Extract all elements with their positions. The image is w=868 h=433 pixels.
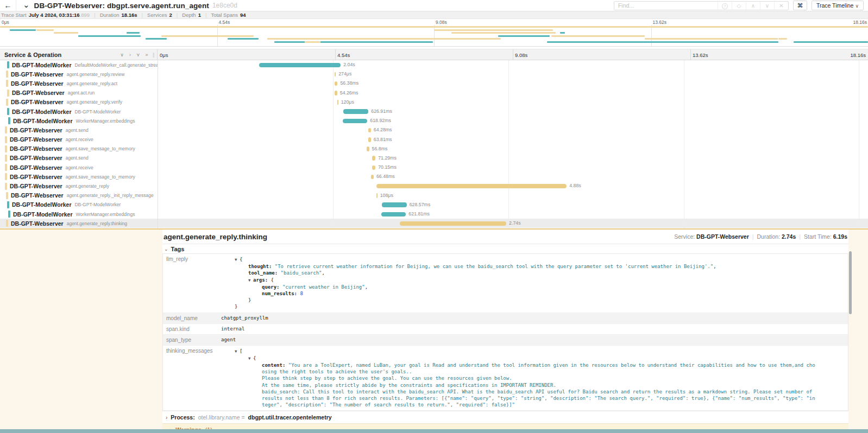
span-name-cell[interactable]: DB-GPT-Webserveragent.save_message_to_me…	[0, 145, 158, 152]
keyboard-shortcuts-button[interactable]: ⌘	[793, 1, 807, 10]
span-bar[interactable]	[343, 109, 368, 114]
collapse-one-icon[interactable]: ∨	[120, 52, 124, 58]
span-name-cell[interactable]: DB-GPT-Webserveragent.receive	[0, 164, 158, 171]
span-row[interactable]: DB-GPT-Webserveragent.send71.29ms	[0, 154, 868, 163]
span-bar-cell[interactable]: 66.48ms	[158, 172, 859, 181]
span-row[interactable]: DB-GPT-ModelWorkerDefaultModelWorker_cal…	[0, 60, 868, 69]
span-name-cell[interactable]: DB-GPT-ModelWorkerDB-GPT-ModelWorker	[0, 201, 158, 208]
span-bar-cell[interactable]: 64.28ms	[158, 125, 859, 135]
span-name-cell[interactable]: DB-GPT-Webserveragent.send	[0, 155, 158, 162]
tag-row-model-name[interactable]: model_name chatgpt_proxyllm	[163, 313, 848, 324]
span-name-cell[interactable]: DB-GPT-ModelWorkerDefaultModelWorker_cal…	[0, 61, 158, 68]
span-bar[interactable]	[368, 137, 371, 142]
span-row[interactable]: DB-GPT-Webserveragent.generate_reply._in…	[0, 191, 868, 200]
span-bar[interactable]	[335, 91, 337, 95]
span-row[interactable]: DB-GPT-Webserveragent.generate_reply4.88…	[0, 181, 868, 190]
span-row[interactable]: DB-GPT-Webserveragent.generate_reply.thi…	[0, 219, 868, 228]
span-bar[interactable]	[382, 202, 406, 207]
span-bar-cell[interactable]: 108μs	[158, 191, 859, 200]
span-bar[interactable]	[367, 147, 369, 151]
warnings-section-header[interactable]: › Warnings (1)	[162, 423, 848, 429]
span-detail-panel: agent.generate_reply.thinking Service: D…	[0, 230, 868, 429]
span-bar[interactable]	[372, 156, 375, 161]
column-resizer[interactable]: ∥	[153, 52, 155, 58]
span-bar[interactable]	[343, 119, 367, 124]
tag-row-thinking-messages[interactable]: thinking_messages ▼ [▼ {content: "You ar…	[163, 346, 848, 411]
span-row[interactable]: DB-GPT-Webserveragent.save_message_to_me…	[0, 144, 868, 154]
span-name-cell[interactable]: DB-GPT-ModelWorkerDB-GPT-ModelWorker	[0, 108, 158, 115]
span-bar-cell[interactable]: 618.92ms	[158, 116, 859, 125]
span-bar-cell[interactable]: 54.26ms	[158, 88, 859, 98]
span-row[interactable]: DB-GPT-Webserveragent.act.run54.26ms	[0, 88, 868, 98]
span-bar-cell[interactable]: 274μs	[158, 69, 859, 79]
span-name-cell[interactable]: DB-GPT-Webserveragent.generate_reply	[0, 183, 158, 190]
span-bar[interactable]	[381, 212, 406, 217]
trace-title-chevron-icon[interactable]: ⌄	[16, 1, 34, 10]
span-row[interactable]: DB-GPT-ModelWorkerDB-GPT-ModelWorker628.…	[0, 200, 868, 209]
span-bar-cell[interactable]: 71.29ms	[158, 154, 859, 163]
service-color-chip	[5, 136, 7, 143]
span-name-cell[interactable]: DB-GPT-Webserveragent.generate_reply.act	[0, 80, 158, 87]
tag-row-span-kind[interactable]: span.kind internal	[163, 324, 848, 335]
span-bar-cell[interactable]: 70.15ms	[158, 163, 859, 172]
tags-section-header[interactable]: ⌄ Tags	[162, 244, 848, 253]
tag-row-llm-reply[interactable]: llm_reply ▼ {thought: "To retrieve curre…	[163, 254, 848, 313]
span-bar-cell[interactable]: 2.04s	[158, 60, 859, 69]
span-row[interactable]: DB-GPT-Webserveragent.generate_reply.act…	[0, 79, 868, 88]
find-input[interactable]	[614, 2, 718, 10]
span-bar-cell[interactable]: 56.38ms	[158, 79, 859, 88]
span-name-cell[interactable]: DB-GPT-Webserveragent.generate_reply.ver…	[0, 99, 158, 106]
tag-row-span-type[interactable]: span_type agent	[163, 335, 848, 346]
detail-scrollbar[interactable]	[849, 251, 852, 314]
span-row[interactable]: DB-GPT-Webserveragent.receive63.81ms	[0, 135, 868, 144]
span-row[interactable]: DB-GPT-Webserveragent.generate_reply.ver…	[0, 98, 868, 107]
span-bar-cell[interactable]: 628.57ms	[158, 200, 859, 209]
span-row[interactable]: DB-GPT-Webserveragent.send64.28ms	[0, 125, 868, 135]
trace-view-selector[interactable]: Trace Timeline∨	[812, 1, 864, 10]
span-bar[interactable]	[337, 100, 338, 105]
span-row[interactable]: DB-GPT-Webserveragent.generate_reply.rev…	[0, 69, 868, 79]
span-bar-cell[interactable]: 120μs	[158, 98, 859, 107]
collapse-all-icon[interactable]: ⋎	[136, 52, 140, 58]
span-row[interactable]: DB-GPT-ModelWorkerWorkerManager.embeddin…	[0, 209, 868, 219]
span-name-cell[interactable]: DB-GPT-Webserveragent.generate_reply._in…	[0, 192, 158, 199]
span-bar[interactable]	[376, 193, 378, 198]
next-result-icon[interactable]: ∨	[760, 2, 774, 10]
span-name-cell[interactable]: DB-GPT-Webserveragent.send	[0, 126, 158, 133]
back-icon[interactable]: ←	[0, 0, 16, 11]
span-bar[interactable]	[372, 165, 375, 170]
span-bar-cell[interactable]: 56.8ms	[158, 144, 859, 154]
span-name-cell[interactable]: DB-GPT-Webserveragent.save_message_to_me…	[0, 173, 158, 180]
help-icon[interactable]: ?	[718, 2, 732, 10]
prev-result-icon[interactable]: ∧	[746, 2, 760, 10]
span-bar-cell[interactable]: 2.74s	[158, 219, 859, 228]
expand-one-icon[interactable]: ›	[129, 52, 131, 58]
span-bar[interactable]	[259, 63, 341, 68]
span-bar[interactable]	[335, 72, 336, 77]
span-bar-cell[interactable]: 63.81ms	[158, 135, 859, 144]
span-name-cell[interactable]: DB-GPT-ModelWorkerWorkerManager.embeddin…	[0, 211, 158, 218]
span-detail-header[interactable]: agent.generate_reply.thinking Service: D…	[162, 230, 848, 244]
process-section-header[interactable]: › Process: otel.library.name = dbgpt.uti…	[162, 411, 848, 423]
span-name-cell[interactable]: DB-GPT-Webserveragent.generate_reply.rev…	[0, 71, 158, 78]
span-row[interactable]: DB-GPT-ModelWorkerWorkerManager.embeddin…	[0, 116, 868, 125]
span-bar[interactable]	[335, 81, 338, 86]
expand-all-icon[interactable]: »	[145, 52, 148, 58]
span-name-cell[interactable]: DB-GPT-Webserveragent.act.run	[0, 90, 158, 97]
span-bar[interactable]	[376, 184, 567, 189]
minimap[interactable]	[0, 25, 868, 47]
span-bar[interactable]	[371, 175, 374, 180]
span-bar-cell[interactable]: 4.88s	[158, 181, 859, 190]
span-bar-cell[interactable]: 626.91ms	[158, 107, 859, 116]
span-name-cell[interactable]: DB-GPT-ModelWorkerWorkerManager.embeddin…	[0, 117, 158, 124]
span-row[interactable]: DB-GPT-Webserveragent.receive70.15ms	[0, 163, 868, 172]
span-row[interactable]: DB-GPT-Webserveragent.save_message_to_me…	[0, 172, 868, 181]
span-name-cell[interactable]: DB-GPT-Webserveragent.generate_reply.thi…	[0, 220, 158, 227]
span-row[interactable]: DB-GPT-ModelWorkerDB-GPT-ModelWorker626.…	[0, 107, 868, 116]
clear-find-icon[interactable]: ✕	[774, 2, 788, 10]
span-bar-cell[interactable]: 621.81ms	[158, 209, 859, 219]
span-bar[interactable]	[368, 128, 371, 133]
span-name-cell[interactable]: DB-GPT-Webserveragent.receive	[0, 136, 158, 143]
focus-target-icon[interactable]: ◇	[732, 2, 746, 10]
span-bar[interactable]	[400, 221, 506, 226]
